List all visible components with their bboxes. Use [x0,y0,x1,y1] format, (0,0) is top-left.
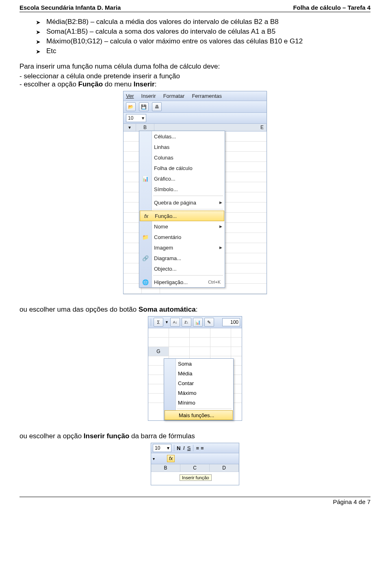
chevron-down-icon: ▾ [167,445,169,451]
bullet-item: ➤ Média(B2:B8) – calcula a média dos val… [36,18,370,27]
menu-separator [153,275,223,276]
menu-imagem[interactable]: Imagem▶ [139,242,225,253]
formula-bar: ▾ fx [151,453,239,464]
bullet-item: ➤ Soma(A1:B5) – calcula a soma dos valor… [36,28,370,37]
text-bold: Inserir [134,80,155,88]
text: da barra de fórmulas [129,432,195,440]
menu-ver[interactable]: Ver [126,93,134,99]
menu-label: Símbolo... [154,186,178,192]
select-all-corner[interactable]: ▾ [124,124,136,131]
menu-linhas[interactable]: Linhas [139,142,225,152]
menu-comentario[interactable]: 📁Comentário [139,232,225,242]
print-icon[interactable]: 🖶 [152,102,162,111]
column-headers: B C D [151,464,239,472]
insert-function-button[interactable]: fx [167,455,175,462]
toolbar-separator [151,319,151,326]
menu-diagrama[interactable]: 🔗Diagrama... [139,253,225,263]
drawing-icon[interactable]: ✎ [204,318,214,327]
font-size-dropdown[interactable]: 10 ▾ [153,444,171,452]
menu-label: Hiperligação... [154,279,188,285]
bullet-text: Etc [46,47,56,55]
text-bold: Função [78,80,103,88]
bullet-item: ➤ Máximo(B10;G12) – calcula o valor máxi… [36,37,370,46]
menu-label: Imagem [154,245,173,251]
menu-label: Objecto... [154,266,177,272]
insert-menu-popup: Células... Linhas Colunas Folha de cálcu… [139,131,225,288]
menu-label: Células... [154,134,176,140]
diagram-icon: 🔗 [141,255,150,261]
font-size-dropdown[interactable]: 10 ▾ [126,114,146,122]
page-number: Página 4 de 7 [333,498,370,505]
menu-celulas[interactable]: Células... [139,131,225,142]
menu-separator [177,409,232,409]
toolbar-standard: 📂 💾 🖶 [124,101,266,113]
menu-quebra[interactable]: Quebra de página▶ [139,197,225,208]
autosum-maximo[interactable]: Máximo [164,388,233,398]
column-header-e[interactable]: E [260,124,264,131]
align-center-icon[interactable]: ≡ [201,445,203,451]
save-icon[interactable]: 💾 [139,102,149,111]
cell-area[interactable]: Inserir função [151,472,239,485]
menu-nome[interactable]: Nome▶ [139,221,225,232]
font-size-value: 10 [128,115,133,121]
menu-label: Gráfico... [154,176,176,182]
header-right: Folha de cálculo – Tarefa 4 [293,4,370,11]
sort-descending-icon[interactable]: Z↓ [182,318,191,327]
autosum-screenshot: Σ ▼ A↓ Z↓ 📊 ✎ 100 G [148,316,242,421]
column-header-d[interactable]: D [210,464,239,472]
autosum-minimo[interactable]: Mínimo [164,398,233,407]
text-bold: Soma automática [139,306,196,313]
column-header-c[interactable]: C [180,464,210,472]
autosum-media[interactable]: Média [164,368,233,378]
menu-folha[interactable]: Folha de cálculo [139,163,225,173]
menu-funcao[interactable]: fxFunção... [140,211,224,221]
underline-button[interactable]: S [187,445,191,451]
open-icon[interactable]: 📂 [126,102,136,111]
column-header-g[interactable]: G [148,347,169,356]
bold-button[interactable]: N [177,445,180,451]
menu-grafico[interactable]: 📊Gráfico... [139,173,225,184]
menu-ferramentas[interactable]: Ferramentas [192,93,222,99]
autosum-soma[interactable]: Soma [164,359,233,368]
sort-ascending-icon[interactable]: A↓ [170,318,180,327]
menu-objecto[interactable]: Objecto... [139,263,225,274]
submenu-arrow-icon: ▶ [219,246,222,250]
menu-separator [153,209,223,209]
submenu-arrow-icon: ▶ [219,224,222,228]
bullet-text: Soma(A1:B5) – calcula a soma dos valores… [46,28,275,36]
menu-hiperligacao[interactable]: 🌐Hiperligação...Ctrl+K [139,277,225,287]
menu-label: Comentário [154,234,181,240]
menu-label: Diagrama... [154,255,181,261]
autosum-contar[interactable]: Contar [164,378,233,388]
autosum-toolbar: Σ ▼ A↓ Z↓ 📊 ✎ 100 [148,317,242,328]
tooltip-insert-function: Inserir função [180,474,212,481]
chart-wizard-icon[interactable]: 📊 [193,318,203,327]
menu-label: Mínimo [178,400,195,406]
instruction-step: - escolher a opção Função do menu Inseri… [20,80,370,88]
italic-button[interactable]: I [183,445,184,451]
instruction-step: - seleccionar a célula onde pretende ins… [20,72,370,80]
bullet-arrow-icon: ➤ [36,37,46,46]
menu-label: Mais funções... [179,412,214,418]
shortcut-label: Ctrl+K [208,280,221,284]
chevron-down-icon[interactable]: ▼ [165,320,169,324]
fx-icon: fx [142,213,150,219]
toolbar-formatting: 10 ▾ [124,113,266,124]
name-box-dropdown-icon[interactable]: ▾ [153,457,155,461]
toolbar-separator [193,445,193,451]
zoom-box[interactable]: 100 [222,318,240,326]
text: : [155,80,157,88]
toolbar-separator [174,445,174,451]
column-header-b[interactable]: B [151,464,180,472]
menu-inserir[interactable]: Inserir [141,93,156,99]
autosum-mais-funcoes[interactable]: Mais funções... [165,410,233,420]
menu-simbolo[interactable]: Símbolo... [139,184,225,194]
align-left-icon[interactable]: ≡ [196,445,198,451]
menu-colunas[interactable]: Colunas [139,152,225,163]
menu-formatar[interactable]: Formatar [163,93,185,99]
column-header-b[interactable]: B [136,124,154,131]
paragraph-intro: Para inserir uma função numa célula duma… [20,62,370,71]
bullet-text: Média(B2:B8) – calcula a média dos valor… [46,18,279,26]
menu-label: Média [178,370,192,377]
autosum-button[interactable]: Σ [154,318,163,327]
